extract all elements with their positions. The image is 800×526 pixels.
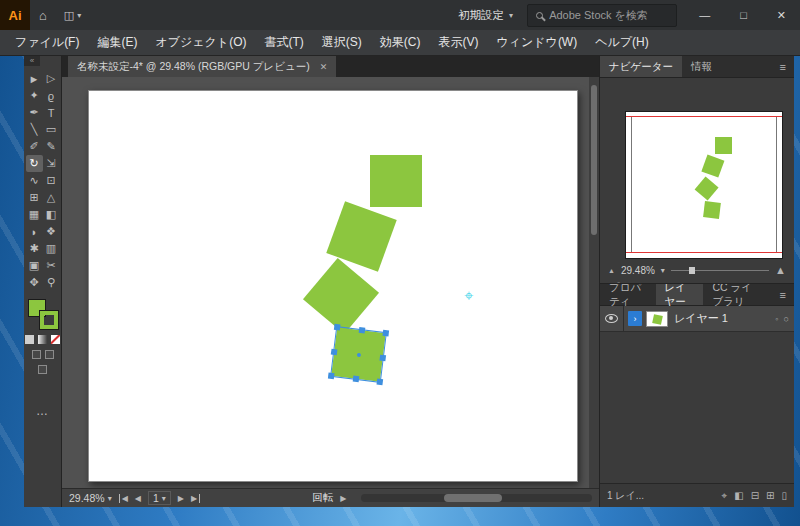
horizontal-scrollbar[interactable] [361,494,592,502]
layer-target-icon[interactable]: ○ [784,314,789,324]
zoom-tool[interactable]: ⚲ [43,274,60,291]
artboard-tool[interactable]: ▣ [26,257,43,274]
menu-item-1[interactable]: 編集(E) [88,34,146,51]
minimize-button[interactable]: — [691,9,718,21]
screen-mode-button[interactable] [38,365,47,374]
menu-item-3[interactable]: 書式(T) [255,34,312,51]
status-detail-arrow[interactable]: ▶ [340,494,346,503]
panel-menu-icon[interactable]: ≡ [772,284,794,305]
panel-menu-icon[interactable]: ≡ [772,56,794,77]
zoom-slider-thumb[interactable] [689,267,695,274]
selection-handle[interactable] [352,375,359,382]
eyedropper-tool[interactable]: ◗ [26,223,43,240]
rectangle-tool[interactable]: ▭ [43,121,60,138]
gradient-button[interactable] [38,335,47,344]
navigator-preview[interactable] [626,112,782,258]
delete-layer-icon[interactable]: ▯ [781,490,787,502]
menu-item-6[interactable]: 表示(V) [429,34,487,51]
selection-tool[interactable]: ► [26,70,43,87]
artboard-number-select[interactable]: 1 ▾ [148,491,171,505]
document-tab[interactable]: 名称未設定-4* @ 29.48% (RGB/GPU プレビュー) ✕ [68,56,336,77]
width-tool[interactable]: ∿ [26,172,43,189]
menu-item-4[interactable]: 選択(S) [313,34,371,51]
menu-item-0[interactable]: ファイル(F) [6,34,88,51]
canvas[interactable]: ⌖ [62,77,599,488]
scale-tool[interactable]: ⇲ [43,155,60,172]
stroke-swatch[interactable] [40,311,58,329]
menu-item-2[interactable]: オブジェクト(O) [146,34,255,51]
gradient-tool[interactable]: ◧ [43,206,60,223]
menu-item-7[interactable]: ウィンドウ(W) [487,34,586,51]
last-artboard-button[interactable]: ▶ [191,494,200,503]
magic-wand-tool[interactable]: ✦ [26,87,43,104]
layer-name[interactable]: レイヤー 1 [674,311,775,326]
tab-info[interactable]: 情報 [682,56,721,77]
zoom-in-icon[interactable]: ▲ [775,264,786,276]
selection-handle[interactable] [330,348,337,355]
menu-item-8[interactable]: ヘルプ(H) [586,34,658,51]
navigator-zoom-value[interactable]: 29.48% [621,265,655,276]
paintbrush-tool[interactable]: ✐ [26,138,43,155]
maximize-button[interactable]: □ [732,9,755,21]
color-button[interactable] [25,335,34,344]
selection-handle[interactable] [333,323,340,330]
layer-row[interactable]: › レイヤー 1 ◦ ○ [600,306,794,332]
locate-object-icon[interactable]: ⌖ [722,490,728,502]
workspace-selector[interactable]: 初期設定 ▾ [458,8,513,23]
pen-tool[interactable]: ✒ [26,104,43,121]
zoom-slider[interactable] [671,270,769,271]
shape-builder-tool[interactable]: ⊞ [26,189,43,206]
stock-search-input[interactable]: Adobe Stock を検索 [527,4,677,27]
green-square-3[interactable] [303,258,379,334]
symbol-sprayer-tool[interactable]: ✱ [26,240,43,257]
zoom-level-select[interactable]: 29.48% ▾ [69,492,112,504]
lasso-tool[interactable]: ϱ [43,87,60,104]
column-graph-tool[interactable]: ▥ [43,240,60,257]
selection-handle[interactable] [379,354,386,361]
slice-tool[interactable]: ✂ [43,257,60,274]
close-button[interactable]: ✕ [769,9,794,22]
visibility-toggle[interactable] [600,306,624,331]
none-button[interactable] [51,335,60,344]
new-sublayer-icon[interactable]: ⊟ [751,490,759,502]
tab-layers[interactable]: レイヤー [656,284,704,305]
make-clipping-mask-icon[interactable]: ◧ [734,490,743,502]
selection-handle[interactable] [382,329,389,336]
selection-handle[interactable] [376,378,383,385]
selection-handle[interactable] [327,372,334,379]
free-transform-tool[interactable]: ⊡ [43,172,60,189]
home-icon[interactable]: ⌂ [30,8,56,23]
line-segment-tool[interactable]: ╲ [26,121,43,138]
zoom-out-icon[interactable]: ▲ [608,267,615,274]
new-layer-icon[interactable]: ⊞ [766,490,774,502]
toolbar-collapse-button[interactable]: « [24,56,40,66]
perspective-grid-tool[interactable]: △ [43,189,60,206]
direct-selection-tool[interactable]: ▷ [43,70,60,87]
mesh-tool[interactable]: ▦ [26,206,43,223]
tab-close-icon[interactable]: ✕ [320,62,328,72]
tab-cc-libraries[interactable]: CC ライブラリ [703,284,771,305]
draw-behind-button[interactable] [45,350,54,359]
workspace-switcher[interactable]: ◫ ▾ [56,9,89,22]
pencil-tool[interactable]: ✎ [43,138,60,155]
vertical-scrollbar-thumb[interactable] [591,85,597,235]
toolbar-overflow-button[interactable]: … [36,404,49,418]
type-tool[interactable]: T [43,104,60,121]
menu-item-5[interactable]: 効果(C) [371,34,430,51]
tab-properties[interactable]: プロパティ [600,284,656,305]
app-logo[interactable]: Ai [0,0,30,30]
hand-tool[interactable]: ✥ [26,274,43,291]
green-square-4[interactable] [331,327,386,382]
green-square-1[interactable] [370,155,422,207]
previous-artboard-button[interactable]: ◀ [135,494,141,503]
first-artboard-button[interactable]: ◀ [119,494,128,503]
rotate-tool[interactable]: ↻ [26,155,43,172]
selection-handle[interactable] [358,326,365,333]
expand-chevron-icon[interactable]: › [628,311,642,326]
tab-navigator[interactable]: ナビゲーター [600,56,682,77]
blend-tool[interactable]: ❖ [43,223,60,240]
artboard[interactable]: ⌖ [88,90,578,482]
next-artboard-button[interactable]: ▶ [178,494,184,503]
vertical-scrollbar[interactable] [589,77,599,488]
horizontal-scrollbar-thumb[interactable] [444,494,502,502]
